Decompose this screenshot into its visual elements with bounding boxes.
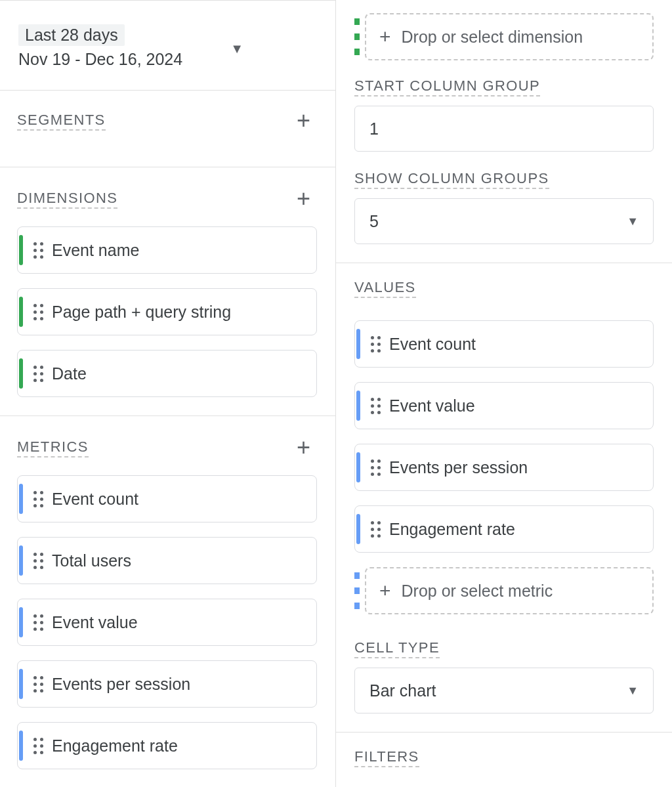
show-column-groups-select[interactable]: 5 ▼ <box>354 198 654 244</box>
date-range-text: Nov 19 - Dec 16, 2024 <box>18 50 182 68</box>
chevron-down-icon: ▼ <box>627 215 639 228</box>
drag-handle-icon[interactable] <box>23 614 49 631</box>
drag-handle-icon[interactable] <box>23 738 49 754</box>
metric-chip[interactable]: Engagement rate <box>17 722 317 769</box>
filters-section: FILTERS <box>336 733 672 787</box>
filters-title: FILTERS <box>354 748 419 767</box>
metric-chip[interactable]: Total users <box>17 537 317 584</box>
metric-chip[interactable]: Event count <box>17 475 317 522</box>
value-label: Event value <box>387 395 475 417</box>
drag-handle-icon[interactable] <box>23 304 49 320</box>
value-label: Events per session <box>387 457 528 479</box>
dimensions-section: DIMENSIONS + Event name Page path + quer… <box>0 167 335 416</box>
cell-type-select[interactable]: Bar chart ▼ <box>354 668 654 713</box>
dimension-chip[interactable]: Date <box>17 350 317 397</box>
chevron-down-icon: ▼ <box>627 684 639 698</box>
metric-chip[interactable]: Events per session <box>17 660 317 708</box>
metric-label: Event value <box>49 612 138 633</box>
show-column-groups-label: SHOW COLUMN GROUPS <box>354 170 549 189</box>
segments-section: SEGMENTS + <box>0 91 335 167</box>
add-segment-button[interactable]: + <box>297 109 317 133</box>
value-chip[interactable]: Event count <box>354 320 654 368</box>
dimension-label: Page path + query string <box>49 301 231 323</box>
metrics-title: METRICS <box>17 438 89 457</box>
value-chip[interactable]: Event value <box>354 382 654 429</box>
drag-handle-icon[interactable] <box>360 521 387 538</box>
dimensions-title: DIMENSIONS <box>17 190 117 209</box>
value-chip[interactable]: Events per session <box>354 444 654 491</box>
chevron-down-icon: ▼ <box>230 41 243 56</box>
add-dimension-button[interactable]: + <box>297 187 317 211</box>
plus-icon: + <box>379 26 391 48</box>
plus-icon: + <box>379 580 391 602</box>
value-label: Event count <box>387 333 476 355</box>
values-section: VALUES Event count Event value Events pe… <box>336 263 672 733</box>
date-preset-chip: Last 28 days <box>18 24 125 46</box>
add-metric-button[interactable]: + <box>297 436 317 459</box>
drag-handle-icon[interactable] <box>23 242 49 259</box>
date-range-picker[interactable]: Last 28 days Nov 19 - Dec 16, 2024 ▼ <box>0 0 335 91</box>
show-column-groups-value: 5 <box>369 212 379 231</box>
drop-dimension-row[interactable]: + Drop or select dimension <box>354 13 654 60</box>
drag-handle-icon[interactable] <box>23 553 49 569</box>
drop-stripe-icon <box>354 567 360 614</box>
values-title: VALUES <box>354 279 416 298</box>
drop-metric-row[interactable]: + Drop or select metric <box>354 567 654 614</box>
drag-handle-icon[interactable] <box>360 398 387 414</box>
drop-dimension-label: Drop or select dimension <box>402 28 583 47</box>
start-column-group-label: START COLUMN GROUP <box>354 77 540 96</box>
metric-label: Event count <box>49 488 138 510</box>
cell-type-value: Bar chart <box>369 681 436 700</box>
metric-label: Engagement rate <box>49 735 178 757</box>
metric-label: Events per session <box>49 673 190 695</box>
dimension-label: Event name <box>49 240 139 261</box>
cell-type-label: CELL TYPE <box>354 639 440 658</box>
segments-title: SEGMENTS <box>17 112 106 131</box>
drag-handle-icon[interactable] <box>23 676 49 692</box>
metrics-section: METRICS + Event count Total users Event … <box>0 416 335 787</box>
drag-handle-icon[interactable] <box>360 336 387 352</box>
drop-stripe-icon <box>354 13 360 60</box>
drag-handle-icon[interactable] <box>23 491 49 507</box>
start-column-group-input[interactable] <box>354 106 654 152</box>
dimension-label: Date <box>49 363 87 385</box>
dimension-chip[interactable]: Page path + query string <box>17 288 317 335</box>
drop-metric-label: Drop or select metric <box>402 582 553 601</box>
metric-chip[interactable]: Event value <box>17 599 317 646</box>
drag-handle-icon[interactable] <box>360 459 387 476</box>
value-label: Engagement rate <box>387 519 515 540</box>
drag-handle-icon[interactable] <box>23 366 49 382</box>
metric-label: Total users <box>49 550 131 572</box>
dimension-chip[interactable]: Event name <box>17 226 317 274</box>
columns-config-section: + Drop or select dimension START COLUMN … <box>336 0 672 263</box>
value-chip[interactable]: Engagement rate <box>354 505 654 553</box>
